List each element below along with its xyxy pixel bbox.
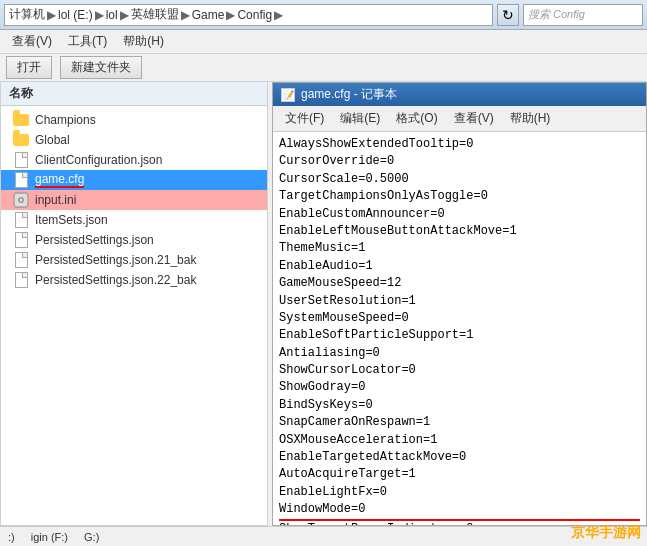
file-name-persisted21: PersistedSettings.json.21_bak <box>35 253 196 267</box>
file-name-persisted22: PersistedSettings.json.22_bak <box>35 273 196 287</box>
search-box[interactable]: 搜索 Config <box>523 4 643 26</box>
new-folder-button[interactable]: 新建文件夹 <box>60 56 142 79</box>
file-name-clientconfig: ClientConfiguration.json <box>35 153 162 167</box>
file-item-champions[interactable]: Champions <box>1 110 267 130</box>
file-name-persisted: PersistedSettings.json <box>35 233 154 247</box>
notepad-line: SnapCameraOnRespawn=1 <box>279 414 640 431</box>
breadcrumb-drive: lol (E:) <box>58 8 93 22</box>
file-name-champions: Champions <box>35 113 96 127</box>
watermark: 京华手游网 <box>571 524 641 542</box>
json-icon-itemsets <box>13 212 29 228</box>
file-list-header: 名称 <box>1 82 267 106</box>
breadcrumb[interactable]: 计算机 ▶ lol (E:) ▶ lol ▶ 英雄联盟 ▶ Game ▶ Con… <box>4 4 493 26</box>
notepad-line: ShowCursorLocator=0 <box>279 362 640 379</box>
notepad-menu-edit[interactable]: 编辑(E) <box>332 108 388 129</box>
status-left: :) <box>8 531 15 543</box>
file-icon-persisted21 <box>13 252 29 268</box>
notepad-line: EnableSoftParticleSupport=1 <box>279 327 640 344</box>
file-item-clientconfig[interactable]: ClientConfiguration.json <box>1 150 267 170</box>
file-name-itemsets: ItemSets.json <box>35 213 108 227</box>
open-button[interactable]: 打开 <box>6 56 52 79</box>
notepad-menu-view[interactable]: 查看(V) <box>446 108 502 129</box>
status-f-drive: igin (F:) <box>31 531 68 543</box>
svg-point-2 <box>20 199 23 202</box>
main-content: 名称 Champions Global ClientCo <box>0 82 647 526</box>
file-name-global: Global <box>35 133 70 147</box>
file-item-itemsets[interactable]: ItemSets.json <box>1 210 267 230</box>
notepad-line: EnableLeftMouseButtonAttackMove=1 <box>279 223 640 240</box>
notepad-line: AutoAcquireTarget=1 <box>279 466 640 483</box>
breadcrumb-computer: 计算机 <box>9 6 45 23</box>
file-item-inputini[interactable]: input.ini <box>1 190 267 210</box>
status-bar: :) igin (F:) G:) 京华手游网 <box>0 526 647 546</box>
folder-icon <box>13 112 29 128</box>
breadcrumb-sep-5: ▶ <box>226 8 235 22</box>
notepad-line: BindSysKeys=0 <box>279 397 640 414</box>
breadcrumb-game: Game <box>192 8 225 22</box>
file-name-gamecfg: game.cfg <box>35 172 84 188</box>
notepad-line: EnableLightFx=0 <box>279 484 640 501</box>
file-item-persisted21[interactable]: PersistedSettings.json.21_bak <box>1 250 267 270</box>
notepad-text-area[interactable]: AlwaysShowExtendedTooltip=0CursorOverrid… <box>273 132 646 525</box>
refresh-button[interactable]: ↻ <box>497 4 519 26</box>
notepad-app-icon: 📝 <box>281 88 295 102</box>
notepad-line: AlwaysShowExtendedTooltip=0 <box>279 136 640 153</box>
menu-help[interactable]: 帮助(H) <box>115 31 172 52</box>
notepad-menu-bar: 文件(F) 编辑(E) 格式(O) 查看(V) 帮助(H) <box>273 106 646 132</box>
menu-tools[interactable]: 工具(T) <box>60 31 115 52</box>
notepad-line: TargetChampionsOnlyAsToggle=0 <box>279 188 640 205</box>
json-icon-persisted <box>13 232 29 248</box>
notepad-line: EnableCustomAnnouncer=0 <box>279 206 640 223</box>
breadcrumb-config: Config <box>237 8 272 22</box>
notepad-menu-format[interactable]: 格式(O) <box>388 108 445 129</box>
breadcrumb-league: 英雄联盟 <box>131 6 179 23</box>
notepad-line: EnableTargetedAttackMove=0 <box>279 449 640 466</box>
notepad-line: WindowMode=0 <box>279 501 640 520</box>
file-icon-persisted22 <box>13 272 29 288</box>
notepad-line: SystemMouseSpeed=0 <box>279 310 640 327</box>
notepad-line: EnableAudio=1 <box>279 258 640 275</box>
file-list: Champions Global ClientConfiguration.jso… <box>1 106 267 294</box>
notepad-line: ShowGodray=0 <box>279 379 640 396</box>
notepad-menu-help[interactable]: 帮助(H) <box>502 108 559 129</box>
file-name-inputini: input.ini <box>35 193 76 207</box>
cfg-icon <box>13 172 29 188</box>
menu-view[interactable]: 查看(V) <box>4 31 60 52</box>
address-bar: 计算机 ▶ lol (E:) ▶ lol ▶ 英雄联盟 ▶ Game ▶ Con… <box>0 0 647 30</box>
toolbar: 打开 新建文件夹 <box>0 54 647 82</box>
json-icon-clientconfig <box>13 152 29 168</box>
notepad-line: ShowTurretRangeIndicators=0 <box>279 521 640 525</box>
notepad-line: GameMouseSpeed=12 <box>279 275 640 292</box>
breadcrumb-sep-2: ▶ <box>95 8 104 22</box>
file-explorer-panel: 名称 Champions Global ClientCo <box>0 82 268 526</box>
ini-icon <box>13 192 29 208</box>
notepad-line: CursorScale=0.5000 <box>279 171 640 188</box>
notepad-line: CursorOverride=0 <box>279 153 640 170</box>
folder-icon-global <box>13 132 29 148</box>
notepad-title-text: game.cfg - 记事本 <box>301 86 397 103</box>
notepad-menu-file[interactable]: 文件(F) <box>277 108 332 129</box>
menu-bar: 查看(V) 工具(T) 帮助(H) <box>0 30 647 54</box>
status-g-drive: G:) <box>84 531 99 543</box>
breadcrumb-sep-3: ▶ <box>120 8 129 22</box>
notepad-title-bar: 📝 game.cfg - 记事本 <box>273 83 646 106</box>
notepad-line: OSXMouseAcceleration=1 <box>279 432 640 449</box>
breadcrumb-sep-1: ▶ <box>47 8 56 22</box>
search-placeholder: 搜索 Config <box>528 7 585 22</box>
notepad-line: ThemeMusic=1 <box>279 240 640 257</box>
file-item-persisted[interactable]: PersistedSettings.json <box>1 230 267 250</box>
breadcrumb-lol: lol <box>106 8 118 22</box>
file-item-persisted22[interactable]: PersistedSettings.json.22_bak <box>1 270 267 290</box>
notepad-window: 📝 game.cfg - 记事本 文件(F) 编辑(E) 格式(O) 查看(V)… <box>272 82 647 526</box>
breadcrumb-sep-6: ▶ <box>274 8 283 22</box>
notepad-line: Antialiasing=0 <box>279 345 640 362</box>
file-item-global[interactable]: Global <box>1 130 267 150</box>
file-item-gamecfg[interactable]: game.cfg <box>1 170 267 190</box>
notepad-line: UserSetResolution=1 <box>279 293 640 310</box>
breadcrumb-sep-4: ▶ <box>181 8 190 22</box>
